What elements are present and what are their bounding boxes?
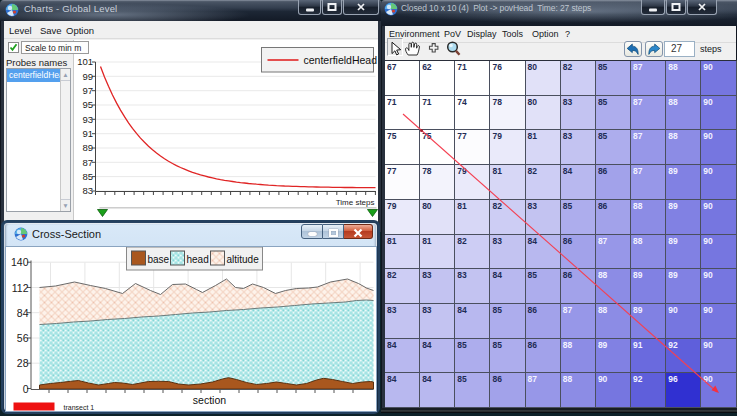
svg-text:head: head: [187, 254, 209, 265]
svg-text:base: base: [148, 254, 170, 265]
svg-text:83: 83: [82, 185, 93, 196]
svg-text:89: 89: [82, 142, 93, 153]
svg-text:112: 112: [12, 282, 29, 294]
svg-text:56: 56: [17, 332, 29, 344]
svg-text:95: 95: [82, 99, 93, 110]
svg-text:transect 1: transect 1: [64, 404, 95, 411]
svg-text:28: 28: [17, 357, 29, 369]
svg-text:centerfieldHead: centerfieldHead: [304, 54, 378, 66]
svg-text:85: 85: [82, 171, 93, 182]
svg-text:97: 97: [82, 85, 93, 96]
svg-text:93: 93: [82, 114, 93, 125]
svg-text:0: 0: [23, 383, 29, 395]
svg-text:99: 99: [82, 71, 93, 82]
svg-text:section: section: [193, 394, 226, 406]
svg-text:87: 87: [82, 157, 93, 168]
svg-text:Time steps: Time steps: [336, 198, 375, 207]
svg-text:140: 140: [11, 256, 29, 268]
svg-text:91: 91: [82, 128, 93, 139]
svg-text:101: 101: [77, 56, 93, 67]
svg-text:84: 84: [17, 307, 29, 319]
svg-text:altitude: altitude: [227, 254, 260, 265]
